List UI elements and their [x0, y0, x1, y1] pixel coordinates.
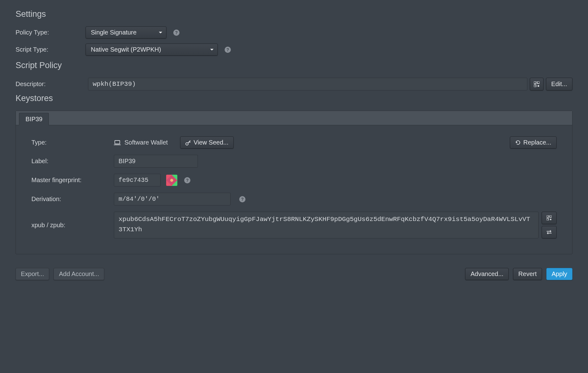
undo-icon [515, 140, 521, 145]
xpub-label: xpub / zpub: [31, 222, 114, 229]
help-icon[interactable]: ? [173, 30, 180, 36]
script-type-select[interactable]: Native Segwit (P2WPKH) [86, 44, 218, 56]
revert-button[interactable]: Revert [513, 268, 542, 280]
export-button[interactable]: Export... [16, 268, 49, 280]
keystores-title: Keystores [16, 94, 572, 103]
chevron-down-icon [210, 48, 214, 51]
fingerprint-input[interactable]: fe9c7435 [114, 174, 161, 186]
keystore-label-input[interactable]: BIP39 [114, 155, 198, 168]
keystore-type-value: Software Wallet [124, 139, 168, 146]
svg-rect-10 [550, 219, 551, 220]
help-icon[interactable]: ? [239, 196, 245, 202]
qr-icon [547, 215, 552, 220]
apply-label: Apply [552, 270, 567, 278]
policy-type-label: Policy Type: [16, 29, 86, 36]
add-account-label: Add Account... [59, 270, 99, 278]
xpub-input[interactable]: xpub6CdsA5hFECroT7zoZYubgWUuqyigGpFJawYj… [114, 212, 539, 238]
keystore-tabs: BIP39 Type: Software Wallet [16, 111, 572, 254]
revert-label: Revert [518, 270, 537, 278]
svg-rect-3 [538, 85, 539, 87]
descriptor-input[interactable]: wpkh(BIP39) [88, 78, 527, 90]
view-seed-label: View Seed... [194, 139, 228, 146]
keystore-type-label: Type: [31, 139, 114, 146]
script-type-value: Native Segwit (P2WPKH) [91, 46, 161, 53]
settings-title: Settings [16, 9, 572, 19]
chevron-down-icon [159, 31, 162, 34]
svg-rect-0 [534, 81, 536, 84]
edit-label: Edit... [551, 81, 567, 88]
fingerprint-label: Master fingerprint: [31, 177, 114, 184]
derivation-label: Derivation: [31, 196, 114, 203]
qr-icon [534, 81, 539, 87]
view-seed-button[interactable]: View Seed... [180, 136, 234, 149]
svg-rect-2 [534, 85, 536, 87]
add-account-button[interactable]: Add Account... [54, 268, 104, 280]
replace-label: Replace... [523, 139, 551, 146]
key-icon [185, 140, 191, 145]
identicon-icon [166, 175, 177, 186]
laptop-icon [114, 140, 121, 145]
xpub-swap-button[interactable] [542, 226, 557, 238]
derivation-input[interactable]: m/84'/0'/0' [114, 193, 231, 205]
svg-rect-7 [547, 215, 548, 217]
xpub-qr-button[interactable] [542, 212, 557, 224]
advanced-button[interactable]: Advanced... [465, 268, 509, 280]
qr-button[interactable] [530, 78, 544, 90]
svg-rect-4 [115, 140, 120, 144]
svg-rect-8 [550, 215, 552, 217]
policy-type-select[interactable]: Single Signature [86, 26, 166, 39]
edit-descriptor-button[interactable]: Edit... [546, 78, 572, 90]
script-type-label: Script Type: [16, 46, 86, 53]
export-label: Export... [21, 270, 44, 278]
help-icon[interactable]: ? [225, 47, 231, 53]
keystore-label-label: Label: [31, 158, 114, 165]
svg-rect-1 [537, 81, 539, 84]
svg-point-6 [186, 143, 188, 145]
descriptor-label: Descriptor: [16, 81, 86, 88]
advanced-label: Advanced... [470, 270, 503, 278]
help-icon[interactable]: ? [184, 177, 190, 183]
replace-button[interactable]: Replace... [510, 136, 557, 149]
tab-bip39[interactable]: BIP39 [19, 113, 49, 125]
apply-button[interactable]: Apply [546, 268, 572, 280]
policy-type-value: Single Signature [91, 29, 137, 36]
svg-rect-9 [547, 219, 548, 220]
swap-icon [546, 230, 552, 234]
script-policy-title: Script Policy [16, 61, 572, 70]
